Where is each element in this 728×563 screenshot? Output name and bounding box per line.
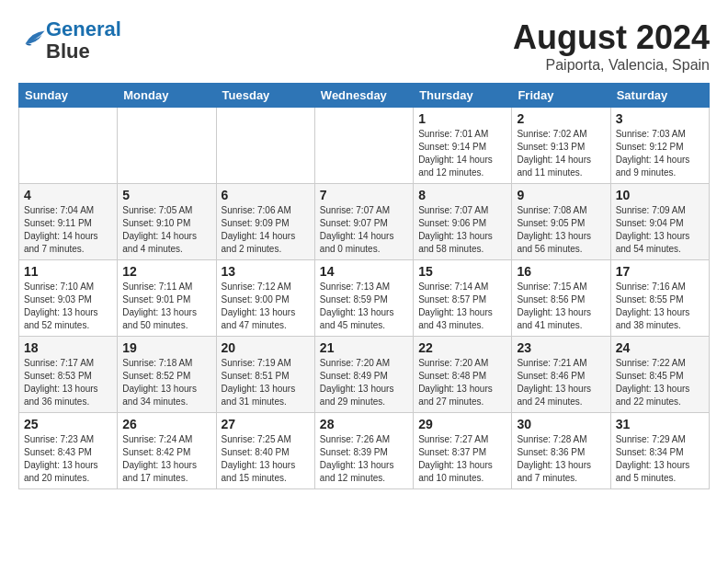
weekday-saturday: Saturday (610, 84, 709, 108)
day-number: 16 (517, 264, 605, 279)
day-number: 23 (517, 340, 605, 355)
day-cell: 6Sunrise: 7:06 AM Sunset: 9:09 PM Daylig… (216, 184, 314, 260)
day-cell: 23Sunrise: 7:21 AM Sunset: 8:46 PM Dayli… (512, 337, 610, 413)
day-info: Sunrise: 7:04 AM Sunset: 9:11 PM Dayligh… (24, 204, 112, 256)
day-info: Sunrise: 7:02 AM Sunset: 9:13 PM Dayligh… (517, 128, 605, 179)
day-cell: 24Sunrise: 7:22 AM Sunset: 8:45 PM Dayli… (610, 337, 709, 413)
day-number: 2 (517, 111, 605, 126)
day-number: 25 (24, 417, 112, 431)
day-cell: 7Sunrise: 7:07 AM Sunset: 9:07 PM Daylig… (314, 184, 413, 260)
day-cell: 25Sunrise: 7:23 AM Sunset: 8:43 PM Dayli… (19, 413, 118, 489)
logo-text: General Blue (46, 18, 121, 63)
day-number: 31 (616, 417, 704, 431)
day-number: 3 (616, 111, 704, 126)
day-info: Sunrise: 7:10 AM Sunset: 9:03 PM Dayligh… (24, 281, 112, 332)
day-number: 18 (24, 340, 112, 355)
day-cell: 29Sunrise: 7:27 AM Sunset: 8:37 PM Dayli… (414, 413, 512, 489)
day-cell: 2Sunrise: 7:02 AM Sunset: 9:13 PM Daylig… (512, 108, 610, 184)
day-info: Sunrise: 7:25 AM Sunset: 8:40 PM Dayligh… (222, 433, 310, 485)
day-info: Sunrise: 7:11 AM Sunset: 9:01 PM Dayligh… (122, 281, 210, 332)
day-info: Sunrise: 7:18 AM Sunset: 8:52 PM Dayligh… (122, 357, 210, 408)
day-cell: 11Sunrise: 7:10 AM Sunset: 9:03 PM Dayli… (19, 260, 118, 337)
page-header: General Blue August 2024 Paiporta, Valen… (18, 18, 710, 74)
logo: General Blue (18, 18, 121, 63)
week-row-3: 11Sunrise: 7:10 AM Sunset: 9:03 PM Dayli… (19, 260, 710, 337)
day-number: 15 (418, 264, 506, 279)
weekday-row: SundayMondayTuesdayWednesdayThursdayFrid… (19, 84, 710, 108)
title-block: August 2024 Paiporta, Valencia, Spain (513, 18, 710, 74)
day-info: Sunrise: 7:24 AM Sunset: 8:42 PM Dayligh… (122, 433, 210, 485)
day-number: 1 (418, 111, 506, 126)
week-row-4: 18Sunrise: 7:17 AM Sunset: 8:53 PM Dayli… (19, 337, 710, 413)
day-info: Sunrise: 7:06 AM Sunset: 9:09 PM Dayligh… (222, 204, 310, 256)
weekday-sunday: Sunday (19, 84, 118, 108)
day-cell (216, 108, 314, 184)
day-cell: 19Sunrise: 7:18 AM Sunset: 8:52 PM Dayli… (118, 337, 216, 413)
day-number: 11 (24, 264, 112, 279)
day-number: 14 (320, 264, 408, 279)
day-number: 8 (418, 188, 506, 202)
day-number: 29 (418, 417, 506, 431)
day-cell: 5Sunrise: 7:05 AM Sunset: 9:10 PM Daylig… (118, 184, 216, 260)
day-info: Sunrise: 7:26 AM Sunset: 8:39 PM Dayligh… (320, 433, 408, 485)
day-info: Sunrise: 7:07 AM Sunset: 9:07 PM Dayligh… (320, 204, 408, 256)
day-info: Sunrise: 7:16 AM Sunset: 8:55 PM Dayligh… (616, 281, 704, 332)
day-info: Sunrise: 7:29 AM Sunset: 8:34 PM Dayligh… (616, 433, 704, 485)
day-cell: 4Sunrise: 7:04 AM Sunset: 9:11 PM Daylig… (19, 184, 118, 260)
day-number: 22 (418, 340, 506, 355)
day-info: Sunrise: 7:28 AM Sunset: 8:36 PM Dayligh… (517, 433, 605, 485)
day-cell: 1Sunrise: 7:01 AM Sunset: 9:14 PM Daylig… (414, 108, 512, 184)
weekday-monday: Monday (118, 84, 216, 108)
day-info: Sunrise: 7:14 AM Sunset: 8:57 PM Dayligh… (418, 281, 506, 332)
day-cell: 31Sunrise: 7:29 AM Sunset: 8:34 PM Dayli… (610, 413, 709, 489)
week-row-2: 4Sunrise: 7:04 AM Sunset: 9:11 PM Daylig… (19, 184, 710, 260)
day-cell: 28Sunrise: 7:26 AM Sunset: 8:39 PM Dayli… (314, 413, 413, 489)
day-number: 21 (320, 340, 408, 355)
day-cell: 27Sunrise: 7:25 AM Sunset: 8:40 PM Dayli… (216, 413, 314, 489)
day-cell: 30Sunrise: 7:28 AM Sunset: 8:36 PM Dayli… (512, 413, 610, 489)
day-cell: 15Sunrise: 7:14 AM Sunset: 8:57 PM Dayli… (414, 260, 512, 337)
day-number: 28 (320, 417, 408, 431)
day-cell (118, 108, 216, 184)
day-number: 19 (122, 340, 210, 355)
day-info: Sunrise: 7:27 AM Sunset: 8:37 PM Dayligh… (418, 433, 506, 485)
day-info: Sunrise: 7:13 AM Sunset: 8:59 PM Dayligh… (320, 281, 408, 332)
day-number: 17 (616, 264, 704, 279)
day-cell: 12Sunrise: 7:11 AM Sunset: 9:01 PM Dayli… (118, 260, 216, 337)
day-info: Sunrise: 7:05 AM Sunset: 9:10 PM Dayligh… (122, 204, 210, 256)
day-number: 26 (122, 417, 210, 431)
calendar-header: SundayMondayTuesdayWednesdayThursdayFrid… (19, 84, 710, 108)
day-info: Sunrise: 7:17 AM Sunset: 8:53 PM Dayligh… (24, 357, 112, 408)
day-cell (314, 108, 413, 184)
day-cell: 26Sunrise: 7:24 AM Sunset: 8:42 PM Dayli… (118, 413, 216, 489)
day-info: Sunrise: 7:20 AM Sunset: 8:49 PM Dayligh… (320, 357, 408, 408)
day-cell: 20Sunrise: 7:19 AM Sunset: 8:51 PM Dayli… (216, 337, 314, 413)
day-info: Sunrise: 7:22 AM Sunset: 8:45 PM Dayligh… (616, 357, 704, 408)
calendar-body: 1Sunrise: 7:01 AM Sunset: 9:14 PM Daylig… (19, 108, 710, 489)
weekday-thursday: Thursday (414, 84, 512, 108)
day-cell: 21Sunrise: 7:20 AM Sunset: 8:49 PM Dayli… (314, 337, 413, 413)
day-number: 12 (122, 264, 210, 279)
day-info: Sunrise: 7:23 AM Sunset: 8:43 PM Dayligh… (24, 433, 112, 485)
week-row-1: 1Sunrise: 7:01 AM Sunset: 9:14 PM Daylig… (19, 108, 710, 184)
day-cell: 14Sunrise: 7:13 AM Sunset: 8:59 PM Dayli… (314, 260, 413, 337)
logo-icon (20, 26, 46, 52)
day-info: Sunrise: 7:07 AM Sunset: 9:06 PM Dayligh… (418, 204, 506, 256)
day-number: 4 (24, 188, 112, 202)
weekday-tuesday: Tuesday (216, 84, 314, 108)
day-cell: 9Sunrise: 7:08 AM Sunset: 9:05 PM Daylig… (512, 184, 610, 260)
day-number: 7 (320, 188, 408, 202)
day-cell: 13Sunrise: 7:12 AM Sunset: 9:00 PM Dayli… (216, 260, 314, 337)
day-cell: 10Sunrise: 7:09 AM Sunset: 9:04 PM Dayli… (610, 184, 709, 260)
month-title: August 2024 (513, 18, 710, 57)
day-cell (19, 108, 118, 184)
day-cell: 8Sunrise: 7:07 AM Sunset: 9:06 PM Daylig… (414, 184, 512, 260)
day-info: Sunrise: 7:19 AM Sunset: 8:51 PM Dayligh… (222, 357, 310, 408)
weekday-wednesday: Wednesday (314, 84, 413, 108)
day-info: Sunrise: 7:20 AM Sunset: 8:48 PM Dayligh… (418, 357, 506, 408)
day-info: Sunrise: 7:01 AM Sunset: 9:14 PM Dayligh… (418, 128, 506, 179)
day-number: 5 (122, 188, 210, 202)
calendar-table: SundayMondayTuesdayWednesdayThursdayFrid… (18, 83, 710, 489)
day-cell: 16Sunrise: 7:15 AM Sunset: 8:56 PM Dayli… (512, 260, 610, 337)
day-info: Sunrise: 7:15 AM Sunset: 8:56 PM Dayligh… (517, 281, 605, 332)
